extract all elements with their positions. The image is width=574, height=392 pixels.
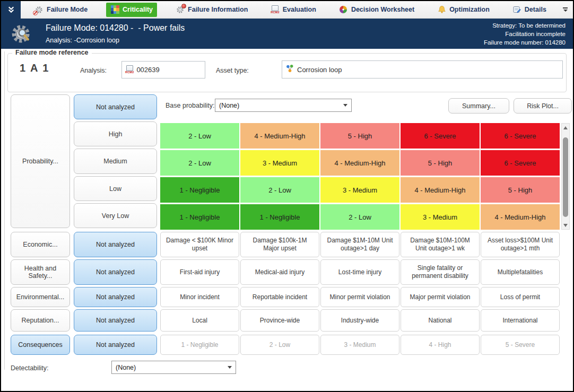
rcm2-document-icon: RCM2 <box>125 65 134 74</box>
consequence-option[interactable]: National <box>401 309 480 332</box>
risk-cell[interactable]: 3 - Medium <box>320 177 399 203</box>
base-probability-select[interactable]: (None) <box>215 99 352 112</box>
risk-cell[interactable]: 2 - Low <box>160 150 239 176</box>
risk-plot-button[interactable]: Risk Plot... <box>514 98 572 114</box>
consequence-option[interactable]: 5 - Severe <box>481 335 560 355</box>
consequence-option[interactable]: Minor permit violation <box>320 287 399 307</box>
probability-not-analyzed-button[interactable]: Not analyzed <box>74 94 157 119</box>
consequence-option[interactable]: Loss of permit <box>481 287 560 307</box>
risk-cell[interactable]: 1 - Negligible <box>160 177 239 203</box>
risk-cell[interactable]: 5 - High <box>401 150 480 176</box>
risk-cell[interactable]: 2 - Low <box>240 177 319 203</box>
asset-hierarchy-icon <box>285 64 294 75</box>
scrollbar-thumb[interactable] <box>563 137 568 217</box>
risk-cell[interactable]: 4 - Medium-High <box>481 204 560 230</box>
probability-low-button[interactable]: Low <box>74 176 157 201</box>
scroll-down-button[interactable] <box>562 221 569 229</box>
splitter-line <box>4 51 5 370</box>
tab-details[interactable]: Details <box>508 3 551 17</box>
consequences-scale-row: 1 - Negligible 2 - Low 3 - Medium 4 - Hi… <box>160 335 560 355</box>
tab-failure-information[interactable]: Failure Information <box>171 3 252 17</box>
risk-cell[interactable]: 1 - Negligible <box>160 204 239 230</box>
group-title: Failure mode reference <box>12 49 92 56</box>
tab-criticality[interactable]: Criticality <box>106 3 157 17</box>
reference-code: 1 A 1 <box>20 62 49 74</box>
tab-bar: Failure Mode Criticality Failure In <box>30 3 551 17</box>
detectability-value: (None) <box>116 364 136 371</box>
health-safety-not-analyzed-button[interactable]: Not analyzed <box>74 259 157 285</box>
failure-mode-title: Failure Mode: 014280 - - Power fails <box>46 23 185 33</box>
consequence-option[interactable]: Reportable incident <box>240 287 319 307</box>
environmental-scale-row: Minor incident Reportable incident Minor… <box>160 287 560 307</box>
tab-decision-worksheet[interactable]: Decision Worksheet <box>335 3 419 17</box>
consequence-option[interactable]: Province-wide <box>240 309 319 332</box>
consequences-not-analyzed-button[interactable]: Not analyzed <box>74 335 157 355</box>
risk-cell[interactable]: 2 - Low <box>160 123 239 149</box>
detectability-select[interactable]: (None) <box>111 361 236 374</box>
consequence-option[interactable]: Asset loss>$100M Unit outage>1 mth <box>481 232 560 257</box>
matrix-scrollbar[interactable] <box>561 123 570 230</box>
consequence-option[interactable]: 3 - Medium <box>320 335 399 355</box>
environmental-not-analyzed-button[interactable]: Not analyzed <box>74 287 157 307</box>
gear-badge-icon <box>176 5 185 14</box>
risk-cell[interactable]: 4 - Medium-High <box>240 123 319 149</box>
probability-button[interactable]: Probability... <box>11 94 70 228</box>
reputation-not-analyzed-button[interactable]: Not analyzed <box>74 309 157 332</box>
risk-cell[interactable]: 6 - Severe <box>481 150 560 176</box>
risk-cell[interactable]: 3 - Medium <box>240 150 319 176</box>
consequence-option[interactable]: Industry-wide <box>320 309 399 332</box>
risk-cell[interactable]: 4 - Medium-High <box>401 177 480 203</box>
consequence-option[interactable]: 2 - Low <box>240 335 319 355</box>
consequence-option[interactable]: Damage < $100K Minor upset <box>160 232 239 257</box>
risk-cell[interactable]: 2 - Low <box>320 204 399 230</box>
gear-search-icon <box>10 22 34 48</box>
gear-blocked-icon <box>34 5 44 14</box>
consequence-option[interactable]: Multiplefatalities <box>481 259 560 285</box>
risk-cell[interactable]: 1 - Negligible <box>240 204 319 230</box>
consequence-option[interactable]: International <box>481 309 560 332</box>
reputation-button[interactable]: Reputation... <box>11 309 70 332</box>
tab-optimization[interactable]: Optimization <box>433 3 494 17</box>
consequence-option[interactable]: Single fatality or permanent disability <box>401 259 480 285</box>
consequence-option[interactable]: Medical-aid injury <box>240 259 319 285</box>
tab-label: Failure Mode <box>47 6 88 13</box>
consequences-button[interactable]: Consequences <box>11 335 70 355</box>
probability-high-button[interactable]: High <box>74 121 157 146</box>
probability-very-low-button[interactable]: Very Low <box>74 203 157 228</box>
consequence-option[interactable]: Damage $100k-1M Major upset <box>240 232 319 257</box>
consequence-option[interactable]: Damage $10M-100M Unit outage>1 wk <box>401 232 480 257</box>
strategy-status: Strategy: To be determined <box>484 21 566 30</box>
health-safety-button[interactable]: Health and Safety... <box>11 259 70 285</box>
consequence-option[interactable]: 4 - High <box>401 335 480 355</box>
consequence-option[interactable]: 1 - Negligible <box>160 335 239 355</box>
risk-cell[interactable]: 5 - High <box>320 123 399 149</box>
risk-cell[interactable]: 6 - Severe <box>401 123 480 149</box>
risk-cell[interactable]: 6 - Severe <box>481 123 560 149</box>
consequence-option[interactable]: Major permit violation <box>401 287 480 307</box>
collapse-toolbar-button[interactable] <box>1 1 21 19</box>
color-wheel-icon <box>339 5 348 14</box>
consequence-option[interactable]: First-aid injury <box>160 259 239 285</box>
probability-medium-button[interactable]: Medium <box>74 149 157 174</box>
risk-matrix-icon <box>110 5 119 14</box>
consequence-option[interactable]: Damage $1M-10M Unit outage>1 day <box>320 232 399 257</box>
economic-button[interactable]: Economic... <box>11 232 70 257</box>
scroll-up-button[interactable] <box>562 124 569 132</box>
asset-type-label: Asset type: <box>216 67 249 74</box>
risk-cell[interactable]: 5 - High <box>481 177 560 203</box>
failure-mode-reference-group: Failure mode reference 1 A 1 Analysis: R… <box>7 53 567 92</box>
economic-not-analyzed-button[interactable]: Not analyzed <box>74 232 157 257</box>
analysis-subtitle: Analysis: -Corrosion loop <box>46 37 119 44</box>
toolbar-options-button[interactable] <box>563 7 568 12</box>
summary-button[interactable]: Summary... <box>448 98 509 114</box>
risk-cell[interactable]: 3 - Medium <box>401 204 480 230</box>
asset-type-field[interactable]: Corrosion loop <box>282 60 563 79</box>
consequence-option[interactable]: Lost-time injury <box>320 259 399 285</box>
consequence-option[interactable]: Minor incident <box>160 287 239 307</box>
environmental-button[interactable]: Environmental... <box>11 287 70 307</box>
analysis-field[interactable]: RCM2 002639 <box>121 61 205 79</box>
consequence-option[interactable]: Local <box>160 309 239 332</box>
tab-failure-mode[interactable]: Failure Mode <box>30 3 92 17</box>
tab-evaluation[interactable]: RCM2 Evaluation <box>266 3 320 17</box>
risk-cell[interactable]: 4 - Medium-High <box>320 150 399 176</box>
